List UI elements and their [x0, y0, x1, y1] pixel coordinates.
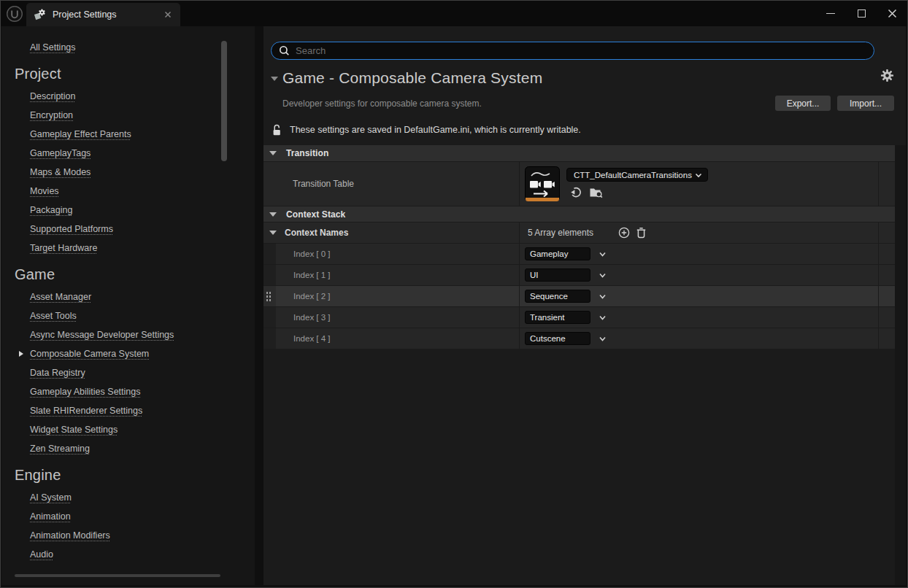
context-name-input[interactable] [525, 332, 590, 345]
tab-close-icon[interactable] [163, 9, 173, 20]
array-collapse-arrow-icon[interactable] [269, 231, 277, 235]
context-name-row-3: Index [ 3 ] [263, 307, 895, 328]
sidebar-item-asset-manager[interactable]: Asset Manager [1, 287, 255, 306]
sidebar-item-all-settings[interactable]: All Settings [1, 38, 255, 57]
context-name-row-4: Index [ 4 ] [263, 328, 895, 349]
page-collapse-arrow-icon[interactable] [271, 77, 278, 81]
close-icon [887, 8, 898, 19]
sidebar-item-composable-camera-system[interactable]: Composable Camera System [1, 344, 255, 363]
array-elements-count: 5 Array elements [528, 228, 593, 238]
sidebar-vertical-scrollbar[interactable] [221, 41, 227, 161]
search-bar[interactable] [271, 42, 874, 60]
context-names-array-row: Context Names 5 Array elements [263, 223, 895, 243]
sidebar-item-movies[interactable]: Movies [1, 182, 255, 201]
element-options-chevron-icon[interactable] [598, 249, 608, 259]
sidebar-item-slate-rhirenderer-settings[interactable]: Slate RHIRenderer Settings [1, 401, 255, 420]
sidebar-category-project: Project [15, 66, 255, 82]
sidebar-item-async-message-developer-settings[interactable]: Async Message Developer Settings [1, 325, 255, 344]
row-drag-gutter[interactable] [263, 265, 276, 285]
element-options-chevron-icon[interactable] [598, 270, 608, 280]
sidebar-item-zen-streaming[interactable]: Zen Streaming [1, 439, 255, 458]
sidebar-item-ai-system[interactable]: AI System [1, 488, 255, 507]
export-button[interactable]: Export... [775, 96, 831, 111]
sidebar-item-audio[interactable]: Audio [1, 545, 255, 564]
config-file-notice: These settings are saved in DefaultGame.… [272, 123, 581, 137]
transition-table-row: Transition Table CTT_DefaultCameraTransi… [263, 162, 895, 206]
add-array-element-icon[interactable] [618, 227, 630, 239]
context-name-input[interactable] [525, 247, 590, 260]
index-label: Index [ 0 ] [293, 249, 331, 258]
tab-project-settings[interactable]: Project Settings [26, 3, 180, 26]
unlocked-padlock-icon [272, 124, 283, 136]
index-label: Index [ 4 ] [293, 334, 331, 343]
sidebar-item-widget-state-settings[interactable]: Widget State Settings [1, 420, 255, 439]
project-settings-icon [34, 9, 46, 20]
context-name-row-1: Index [ 1 ] [263, 265, 895, 285]
settings-detail-panel: Game - Composable Camera System Develope… [263, 26, 906, 585]
browse-to-asset-icon[interactable] [589, 186, 603, 198]
close-button[interactable] [877, 3, 907, 25]
column-divider[interactable] [519, 244, 520, 264]
tab-title: Project Settings [53, 9, 158, 20]
page-subtitle: Developer settings for composable camera… [282, 98, 482, 109]
search-icon [279, 45, 290, 56]
transition-table-asset-dropdown[interactable]: CTT_DefaultCameraTransitions [566, 168, 708, 182]
sidebar-item-gameplay-effect-parents[interactable]: Gameplay Effect Parents [1, 125, 255, 144]
context-name-row-2: Index [ 2 ] [263, 286, 895, 306]
page-title: Game - Composable Camera System [282, 69, 542, 87]
minimize-button[interactable] [815, 3, 846, 25]
sidebar-item-gameplaytags[interactable]: GameplayTags [1, 144, 255, 163]
transition-table-label: Transition Table [293, 179, 354, 189]
column-divider[interactable] [519, 286, 520, 306]
details-right-gutter [895, 145, 906, 585]
sidebar-category-engine: Engine [15, 467, 255, 484]
asset-action-buttons [570, 186, 603, 198]
sidebar-item-supported-platforms[interactable]: Supported Platforms [1, 220, 255, 239]
maximize-button[interactable] [846, 3, 877, 25]
sidebar-item-description[interactable]: Description [1, 87, 255, 106]
sidebar-item-asset-tools[interactable]: Asset Tools [1, 306, 255, 325]
sidebar-item-animation[interactable]: Animation [1, 507, 255, 526]
context-name-input[interactable] [525, 290, 590, 303]
unreal-engine-logo-icon [6, 5, 23, 23]
sidebar-item-gameplay-abilities-settings[interactable]: Gameplay Abilities Settings [1, 382, 255, 401]
column-divider[interactable] [519, 328, 520, 349]
element-options-chevron-icon[interactable] [598, 333, 608, 344]
element-options-chevron-icon[interactable] [598, 291, 608, 301]
column-divider[interactable] [519, 265, 520, 285]
column-divider[interactable] [519, 223, 520, 243]
minimize-icon [826, 13, 835, 14]
import-button[interactable]: Import... [837, 96, 894, 111]
sidebar-item-encryption[interactable]: Encryption [1, 106, 255, 125]
sidebar-item-animation-modifiers[interactable]: Animation Modifiers [1, 526, 255, 545]
use-selected-asset-icon[interactable] [570, 186, 582, 198]
sidebar-item-packaging[interactable]: Packaging [1, 201, 255, 220]
row-drag-gutter[interactable] [263, 286, 276, 306]
settings-gear-icon[interactable] [880, 69, 894, 82]
sidebar-horizontal-scrollbar[interactable] [15, 574, 220, 577]
row-drag-gutter[interactable] [263, 307, 276, 328]
search-input[interactable] [296, 45, 866, 56]
section-header-context-stack[interactable]: Context Stack [263, 206, 895, 222]
sidebar-item-data-registry[interactable]: Data Registry [1, 363, 255, 382]
section-collapse-arrow-icon [269, 151, 277, 155]
section-header-transition[interactable]: Transition [263, 145, 895, 161]
context-name-input[interactable] [525, 311, 590, 324]
element-options-chevron-icon[interactable] [598, 312, 608, 322]
index-label: Index [ 1 ] [293, 271, 331, 279]
sidebar-item-maps-modes[interactable]: Maps & Modes [1, 163, 255, 182]
settings-category-sidebar: All Settings Project Description Encrypt… [1, 26, 255, 585]
row-drag-gutter[interactable] [263, 328, 276, 349]
delete-array-elements-icon[interactable] [636, 227, 647, 239]
column-divider[interactable] [519, 307, 520, 328]
config-file-notice-text: These settings are saved in DefaultGame.… [290, 125, 581, 135]
index-label: Index [ 2 ] [293, 292, 331, 301]
row-drag-gutter[interactable] [263, 244, 276, 264]
column-divider[interactable] [519, 162, 520, 206]
drag-handle-icon[interactable] [266, 291, 272, 302]
context-name-input[interactable] [525, 268, 590, 282]
context-names-label: Context Names [285, 228, 348, 238]
sidebar-item-target-hardware[interactable]: Target Hardware [1, 239, 255, 258]
transition-table-asset-thumbnail[interactable] [525, 166, 560, 201]
window-controls [815, 1, 907, 26]
